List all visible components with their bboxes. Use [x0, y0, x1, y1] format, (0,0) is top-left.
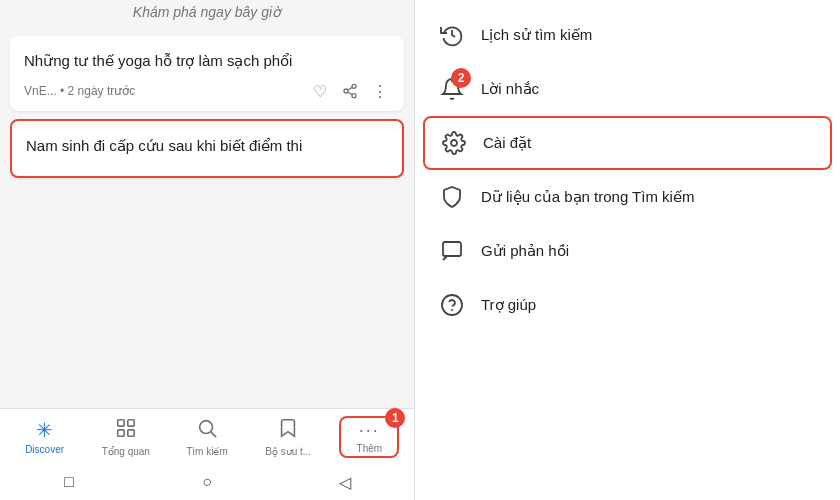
badge-1: 1 — [385, 408, 405, 428]
menu-label-settings: Cài đặt — [483, 134, 531, 152]
menu-item-history[interactable]: Lịch sử tìm kiếm — [415, 8, 840, 62]
article-meta-1: VnE... • 2 ngày trước ♡ ⋮ — [24, 81, 390, 101]
svg-rect-13 — [443, 242, 461, 256]
menu-label-feedback: Gửi phản hồi — [481, 242, 569, 260]
nav-label-discover: Discover — [25, 444, 64, 455]
nav-label-overview: Tổng quan — [102, 446, 150, 457]
article-source-1: VnE... • 2 ngày trước — [24, 84, 300, 98]
svg-point-0 — [352, 84, 356, 88]
share-icon[interactable] — [340, 81, 360, 101]
svg-line-10 — [211, 432, 216, 437]
menu-label-reminder: Lời nhắc — [481, 80, 539, 98]
sys-triangle-btn[interactable]: ◁ — [333, 470, 357, 494]
article-title-1: Những tư thế yoga hỗ trợ làm sạch phổi — [24, 50, 390, 71]
main-container: Khám phá ngay bây giờ Những tư thế yoga … — [0, 0, 840, 500]
menu-item-settings[interactable]: Cài đặt — [423, 116, 832, 170]
menu-label-history: Lịch sử tìm kiếm — [481, 26, 592, 44]
feedback-icon — [439, 238, 465, 264]
discover-icon: ✳ — [36, 418, 53, 442]
menu-item-data[interactable]: Dữ liệu của bạn trong Tìm kiếm — [415, 170, 840, 224]
overview-icon — [115, 417, 137, 444]
menu-item-feedback[interactable]: Gửi phản hồi — [415, 224, 840, 278]
svg-line-3 — [348, 92, 353, 95]
bottom-nav: ✳ Discover Tổng quan — [0, 408, 414, 464]
svg-point-2 — [352, 94, 356, 98]
right-panel: Lịch sử tìm kiếm Lời nhắc 2 — [415, 0, 840, 500]
more-icon: ··· — [359, 420, 380, 441]
svg-point-15 — [442, 295, 462, 315]
help-icon — [439, 292, 465, 318]
svg-rect-5 — [118, 419, 124, 425]
svg-point-1 — [344, 89, 348, 93]
history-icon — [439, 22, 465, 48]
saved-icon — [277, 417, 299, 444]
svg-rect-6 — [128, 419, 134, 425]
menu-label-help: Trợ giúp — [481, 296, 536, 314]
menu-label-data: Dữ liệu của bạn trong Tìm kiếm — [481, 188, 694, 206]
like-icon[interactable]: ♡ — [310, 81, 330, 101]
svg-point-12 — [451, 140, 457, 146]
svg-rect-7 — [118, 429, 124, 435]
system-nav: □ ○ ◁ — [0, 464, 414, 500]
article-title-2: Nam sinh đi cấp cứu sau khi biết điểm th… — [26, 135, 388, 156]
nav-item-search[interactable]: Tìm kiếm — [177, 413, 237, 461]
badge-2: 2 — [451, 68, 471, 88]
nav-item-discover[interactable]: ✳ Discover — [15, 414, 75, 459]
discover-hint: Khám phá ngay bây giờ — [0, 0, 414, 28]
menu-item-reminder[interactable]: Lời nhắc 2 — [415, 62, 840, 116]
nav-item-more[interactable]: ··· Thêm 1 — [339, 416, 399, 458]
left-column: Khám phá ngay bây giờ Những tư thế yoga … — [0, 0, 414, 500]
left-content: Khám phá ngay bây giờ Những tư thế yoga … — [0, 0, 414, 408]
nav-label-more: Thêm — [357, 443, 383, 454]
svg-line-4 — [348, 87, 353, 90]
menu-item-help[interactable]: Trợ giúp — [415, 278, 840, 332]
data-privacy-icon — [439, 184, 465, 210]
settings-icon — [441, 130, 467, 156]
article-card-2[interactable]: Nam sinh đi cấp cứu sau khi biết điểm th… — [10, 119, 404, 178]
nav-item-overview[interactable]: Tổng quan — [96, 413, 156, 461]
article-card-1[interactable]: Những tư thế yoga hỗ trợ làm sạch phổi V… — [10, 36, 404, 111]
svg-point-9 — [200, 420, 213, 433]
nav-label-saved: Bộ sưu t... — [265, 446, 311, 457]
left-panel: Khám phá ngay bây giờ Những tư thế yoga … — [0, 0, 415, 500]
sys-square-btn[interactable]: □ — [57, 470, 81, 494]
nav-label-search: Tìm kiếm — [186, 446, 228, 457]
nav-item-saved[interactable]: Bộ sưu t... — [258, 413, 318, 461]
sys-circle-btn[interactable]: ○ — [195, 470, 219, 494]
more-options-icon[interactable]: ⋮ — [370, 81, 390, 101]
search-icon — [196, 417, 218, 444]
svg-rect-8 — [128, 429, 134, 435]
